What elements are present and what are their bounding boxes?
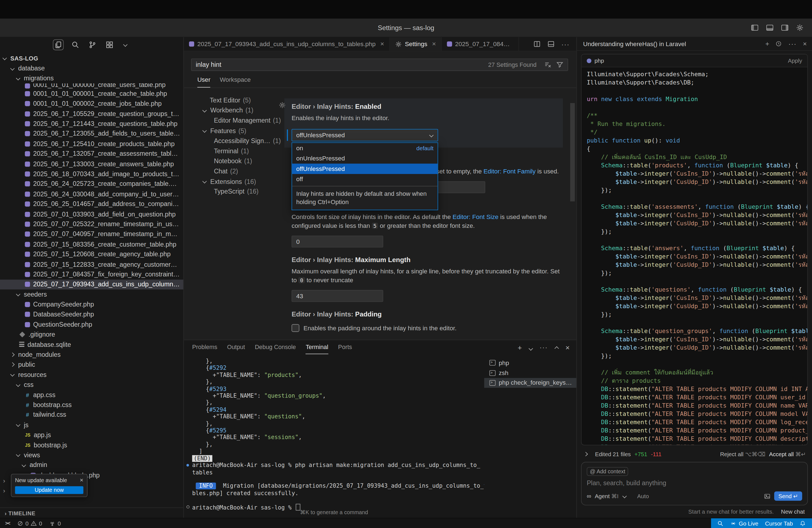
tree-file-2025-06-17-132057-create-assessments-table-php[interactable]: 2025_06_17_132057_create_assessments_tab… [0,149,184,159]
tab-user[interactable]: User [197,76,211,88]
settings-search-input[interactable]: inlay hint 27 Settings Found [191,59,568,71]
tree-folder-seeders[interactable]: seeders [0,289,184,299]
settings-gear-icon[interactable] [796,24,804,31]
add-context-button[interactable]: @ Add context [586,467,628,476]
inlay-hints-padding-checkbox[interactable] [292,324,300,332]
tree-file-2025-06-17-125410-create-products-table-php[interactable]: 2025_06_17_125410_create_products_table.… [0,139,184,149]
new-chat-icon[interactable]: + [765,40,769,47]
cursor-tab-status[interactable]: Cursor Tab [765,520,793,526]
zoom-status-icon[interactable] [717,520,724,526]
toc-editor-management[interactable]: Editor Management(1) [202,115,291,126]
new-chat-link[interactable]: New chat [781,509,805,515]
model-selector[interactable]: Auto [637,493,649,499]
agent-mode-selector[interactable]: Agent ⌘I [595,493,619,499]
toc-workbench[interactable]: Workbench(1) [202,105,291,116]
toc-text-editor[interactable]: Text Editor(5) [202,95,291,105]
tab-migration-file[interactable]: 2025_07_17_093943_add_cus_ins_udp_column… [184,37,390,51]
inlay-hints-maximum-length-input[interactable]: 43 [292,290,383,302]
tree-file-app-js[interactable]: JSapp.js [0,430,184,440]
tab-fix-foreign-keys-file[interactable]: 2025_07_17_084357_fix_foreign_key_constr… [441,37,519,51]
inlay-hints-enabled-select[interactable]: offUnlessPressed [292,129,438,142]
tree-folder-node-modules[interactable]: node_modules [0,350,184,360]
notifications-bell-icon[interactable] [800,520,806,526]
tree-file-2025-06-17-123055-add-fields-to-users-table-php[interactable]: 2025_06_17_123055_add_fields_to_users_ta… [0,129,184,138]
apply-button[interactable]: Apply [788,57,802,64]
tree-file-0001-01-01-000001-create-cache-table-php[interactable]: 0001_01_01_000001_create_cache_table.php [0,89,184,99]
toc-extensions[interactable]: Extensions(16) [202,176,291,187]
accept-all-button[interactable]: Accept all ⌘↵ [769,451,806,457]
tree-file-tailwind-css[interactable]: #tailwind.css [0,410,184,420]
chat-tab-title[interactable]: Understanding whereHas() in Laravel [583,40,686,47]
problems-status[interactable]: 0 0 [17,520,42,526]
customize-layout-icon[interactable] [547,40,555,47]
tree-file-bootstrap-js[interactable]: JSbootstrap.js [0,440,184,450]
toc-notebook[interactable]: Notebook(1) [202,156,291,166]
tree-file-2025-06-17-121443-create-questions-table-php[interactable]: 2025_06_17_121443_create_questions_table… [0,119,184,129]
panel-tab-ports[interactable]: Ports [338,340,352,354]
remote-indicator[interactable]: >< [5,520,10,526]
tab-workspace[interactable]: Workspace [220,76,251,88]
split-editor-icon[interactable] [533,40,540,47]
tree-file-databaseseeder-php[interactable]: DatabaseSeeder.php [0,310,184,320]
tree-file-0001-01-01-000000-create-users-table-php[interactable]: 0001_01_01_000000_create_users_table.php [0,84,184,89]
tree-folder-css[interactable]: css [0,380,184,390]
send-button[interactable]: Send↵ [774,491,802,501]
toc-chat[interactable]: Chat(2) [202,166,291,176]
explorer-view-icon[interactable] [53,39,63,50]
tab-settings[interactable]: Settings × [390,37,441,51]
filter-settings-icon[interactable] [556,61,563,68]
more-views-chevron-icon[interactable] [121,39,132,50]
option-onunlesspressed[interactable]: onUnlessPressed [292,153,438,164]
tree-file-2025-07-07-040957-rename-timestamp-in-multiple-tables-php[interactable]: 2025_07_07_040957_rename_timestamp_in_mu… [0,229,184,239]
tree-file-2025-07-15-122833-create-agency-customer-table-php[interactable]: 2025_07_15_122833_create_agency_customer… [0,259,184,269]
tree-file-2025-07-07-025322-rename-timestamp-in-users-table-php[interactable]: 2025_07_07_025322_rename_timestamp_in_us… [0,219,184,229]
more-actions-icon[interactable]: ··· [562,40,570,48]
settings-scrollbar[interactable] [570,103,575,201]
close-chat-icon[interactable]: × [803,40,807,47]
tree-folder-views[interactable]: views [0,450,184,460]
editor-font-family-link[interactable]: Editor: Font Family [483,168,536,175]
tree-file-2025-07-15-083356-create-customer-table-php[interactable]: 2025_07_15_083356_create_customer_table.… [0,239,184,249]
new-terminal-button[interactable]: + [518,343,522,351]
clear-settings-search-icon[interactable] [545,61,552,68]
tree-file-2025-06-24-030048-add-company-id-to-users-table-php[interactable]: 2025_06_24_030048_add_company_id_to_user… [0,189,184,199]
editor-font-size-link[interactable]: Editor: Font Size [452,214,498,221]
tree-folder-js[interactable]: js [0,420,184,430]
update-now-button[interactable]: Update now [15,486,83,494]
maximize-panel-icon[interactable] [555,343,558,351]
panel-more-icon[interactable]: ··· [539,343,548,351]
tree-file-2025-06-18-070343-add-image-to-products-table-php[interactable]: 2025_06_18_070343_add_image_to_products_… [0,169,184,179]
timeline-section-header[interactable]: › TIMELINE [0,508,184,518]
close-panel-icon[interactable]: × [565,343,569,351]
toggle-primary-sidebar-icon[interactable] [751,24,759,31]
tree-file-0001-01-01-000002-create-jobs-table-php[interactable]: 0001_01_01_000002_create_jobs_table.php [0,99,184,108]
chat-history-icon[interactable] [775,40,782,47]
edited-files-label[interactable]: Edited 21 files [595,451,631,457]
tree-file-2025-07-17-084357-fix-foreign-key-constraints-php[interactable]: 2025_07_17_084357_fix_foreign_key_constr… [0,269,184,279]
toc-accessibility-sign[interactable]: Accessibility Sign…(1) [202,136,291,146]
tree-file-2025-07-17-093943-add-cus-ins-udp-columns-to-tables-php[interactable]: 2025_07_17_093943_add_cus_ins_udp_column… [0,279,184,289]
tree-file-questionseeder-php[interactable]: QuestionSeeder.php [0,320,184,329]
toc-typescript[interactable]: TypeScript(16) [202,187,291,197]
terminal-output[interactable]: }, {#5292 +"TABLE_NAME": "products", }, … [184,354,484,518]
extensions-view-icon[interactable] [104,39,115,50]
search-view-icon[interactable] [70,39,81,50]
option-on[interactable]: ondefault [292,143,438,153]
source-control-view-icon[interactable] [87,39,98,50]
terminal-instance-php-check-foreign-keys[interactable]: >php check_foreign_keys… [484,378,576,388]
tree-folder-migrations[interactable]: migrations [0,73,184,84]
panel-tab-terminal[interactable]: Terminal [306,340,329,354]
tree-file-2025-07-15-120608-create-agency-table-php[interactable]: 2025_07_15_120608_create_agency_table.ph… [0,249,184,259]
tree-file-database-sqlite[interactable]: database.sqlite [0,340,184,350]
tree-file-2025-06-24-025723-create-companies-table-php[interactable]: 2025_06_24_025723_create_companies_table… [0,179,184,189]
tree-file-2025-06-17-133003-create-answers-table-php[interactable]: 2025_06_17_133003_create_answers_table.p… [0,159,184,169]
chat-input-placeholder[interactable]: Plan, search, build anything [586,480,802,487]
terminal-instance-php[interactable]: >php [484,358,576,368]
chat-more-icon[interactable]: ··· [788,40,797,47]
tree-folder-database[interactable]: database [0,63,184,73]
go-live-button[interactable]: Go Live [730,520,758,526]
tree-file-2025-06-25-014657-add-address-to-companies-table-php[interactable]: 2025_06_25_014657_add_address_to_compani… [0,199,184,209]
tree-file-2025-06-17-105529-create-question-groups-table-php[interactable]: 2025_06_17_105529_create_question_groups… [0,109,184,119]
toggle-panel-icon[interactable] [766,24,773,31]
tree-file-bootstrap-css[interactable]: #bootstrap.css [0,400,184,410]
